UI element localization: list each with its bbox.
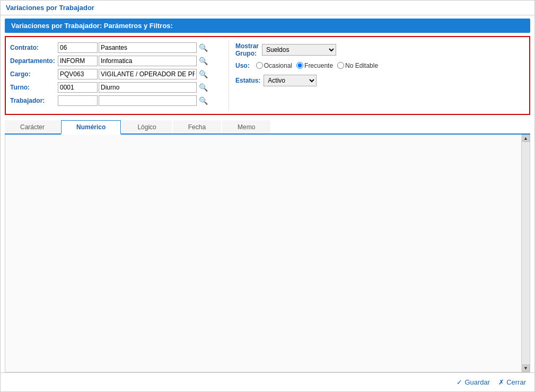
turno-row: Turno: 🔍 [10,82,224,93]
window-titlebar: Variaciones por Trabajador [1,1,534,15]
tab-caracter[interactable]: Carácter [5,120,60,133]
trabajador-label: Trabajador: [10,97,58,104]
uso-noeditable-radio[interactable] [337,62,344,69]
content-area: ▲ ▼ [5,135,530,372]
grupo-select[interactable]: Sueldos Deducciones Otros [262,44,336,56]
params-left: Contrato: 🔍 Departamento: 🔍 Cargo: 🔍 [6,40,229,111]
contrato-row: Contrato: 🔍 [10,42,224,53]
uso-ocasional-label[interactable]: Ocasional [256,62,292,69]
uso-noeditable-text: No Editable [345,62,378,69]
trabajador-row: Trabajador: 🔍 [10,95,224,106]
section-header: Variaciones por Trabajador: Parámetros y… [5,19,530,33]
uso-frecuente-text: Frecuente [304,62,333,69]
uso-ocasional-text: Ocasional [264,62,292,69]
mostrar-grupo-row: Mostrar Grupo: Sueldos Deducciones Otros [235,42,523,58]
contrato-code-input[interactable] [58,42,98,53]
turno-search-icon[interactable]: 🔍 [199,83,208,92]
estatus-row: Estatus: Activo Inactivo [235,75,523,86]
main-window: Variaciones por Trabajador Variaciones p… [0,0,535,392]
cargo-row: Cargo: 🔍 [10,69,224,79]
uso-frecuente-radio[interactable] [296,62,303,69]
scroll-up-button[interactable]: ▲ [522,135,530,142]
scrollbar-right[interactable]: ▲ ▼ [521,135,530,372]
departamento-name-input[interactable] [99,56,197,66]
trabajador-search-icon[interactable]: 🔍 [199,96,208,105]
cerrar-icon: ✗ [498,378,504,386]
trabajador-name-input[interactable] [99,95,197,106]
contrato-label: Contrato: [10,44,58,51]
departamento-code-input[interactable] [58,56,98,66]
cargo-search-icon[interactable]: 🔍 [199,70,208,78]
departamento-row: Departamento: 🔍 [10,56,224,66]
contrato-search-icon[interactable]: 🔍 [199,43,208,52]
tab-fecha[interactable]: Fecha [173,120,221,133]
cerrar-label: Cerrar [506,378,526,386]
estatus-select[interactable]: Activo Inactivo [264,75,317,86]
uso-label: Uso: [235,62,250,69]
tab-logico[interactable]: Lógico [122,120,171,133]
params-right: Mostrar Grupo: Sueldos Deducciones Otros… [229,40,529,111]
uso-ocasional-radio[interactable] [256,62,263,69]
footer-bar: ✓ Guardar ✗ Cerrar [1,372,534,391]
params-box: Contrato: 🔍 Departamento: 🔍 Cargo: 🔍 [5,36,530,115]
window-title: Variaciones por Trabajador [6,4,94,12]
cargo-label: Cargo: [10,70,58,78]
cerrar-button[interactable]: ✗ Cerrar [498,378,526,386]
uso-row: Uso: Ocasional Frecuente No Editable [235,62,523,69]
tabs-bar: Carácter Numérico Lógico Fecha Memo [5,120,530,135]
estatus-label: Estatus: [235,77,260,84]
guardar-label: Guardar [464,378,490,386]
guardar-button[interactable]: ✓ Guardar [457,378,490,386]
turno-code-input[interactable] [58,82,98,93]
turno-label: Turno: [10,84,58,91]
cargo-code-input[interactable] [58,69,98,79]
uso-frecuente-label[interactable]: Frecuente [296,62,333,69]
contrato-name-input[interactable] [99,42,197,53]
cargo-name-input[interactable] [99,69,197,79]
uso-noeditable-label[interactable]: No Editable [337,62,378,69]
guardar-icon: ✓ [457,378,462,386]
mostrar-grupo-label: Mostrar Grupo: [235,42,259,58]
scroll-down-button[interactable]: ▼ [522,364,530,372]
tab-numerico[interactable]: Numérico [61,120,121,135]
trabajador-code-input[interactable] [58,95,98,106]
departamento-search-icon[interactable]: 🔍 [199,57,208,65]
departamento-label: Departamento: [10,57,58,65]
tab-memo[interactable]: Memo [222,120,270,133]
turno-name-input[interactable] [99,82,197,93]
